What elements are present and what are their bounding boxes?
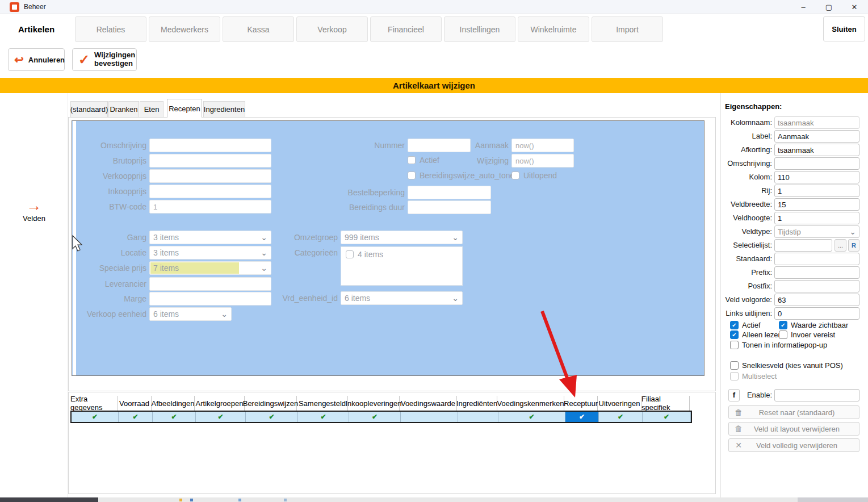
actief-label: Actief bbox=[420, 156, 439, 165]
subtab-extra-gegevens[interactable]: Extra gegevens bbox=[70, 396, 118, 411]
omschrijving-prop-input[interactable] bbox=[774, 157, 859, 170]
check-cell[interactable]: ✔ bbox=[246, 412, 298, 422]
maximize-icon[interactable]: ▢ bbox=[816, 0, 841, 14]
speciale-prijs-select[interactable]: 7 items⌄ bbox=[149, 261, 271, 275]
verkoopprijs-input[interactable] bbox=[149, 169, 271, 183]
check-cell[interactable]: ✔ bbox=[119, 412, 153, 422]
actief-checkbox[interactable] bbox=[408, 156, 416, 164]
bestelbeperking-input[interactable] bbox=[408, 186, 491, 199]
subtab-inkoopleveringen[interactable]: Inkoopleveringen bbox=[348, 396, 400, 411]
selectielijst-input[interactable] bbox=[774, 239, 832, 252]
reset-standaard-button[interactable]: 🗑 Reset naar (standaard) bbox=[728, 405, 859, 419]
nav-tab-artikelen[interactable]: Artikelen bbox=[8, 16, 65, 42]
veld-volledig-verwijderen-button[interactable]: ✕ Veld volledig verwijderen bbox=[728, 438, 859, 452]
tab-dranken[interactable]: Dranken bbox=[108, 101, 139, 117]
check-cell[interactable]: ✔ bbox=[498, 412, 565, 422]
subtab-bereidingswijzen[interactable]: Bereidingswijzen bbox=[245, 396, 297, 411]
check-cell[interactable]: ✔ bbox=[599, 412, 643, 422]
uitlopend-checkbox[interactable] bbox=[511, 171, 519, 179]
btw-code-input[interactable] bbox=[149, 200, 271, 214]
veldtype-select[interactable]: Tijdstip⌄ bbox=[774, 225, 859, 238]
categorieen-item-checkbox[interactable] bbox=[346, 250, 354, 258]
invoer-vereist-checkbox[interactable]: Invoer vereist bbox=[779, 331, 835, 339]
wijziging-input[interactable] bbox=[511, 154, 574, 168]
subtab-receptuur[interactable]: Receptuur bbox=[564, 396, 598, 411]
nav-tab-verkoop[interactable]: Verkoop bbox=[296, 16, 368, 42]
marge-input[interactable] bbox=[149, 292, 271, 306]
brutoprijs-input[interactable] bbox=[149, 154, 271, 168]
nav-tab-kassa[interactable]: Kassa bbox=[223, 16, 294, 42]
inkoopprijs-input[interactable] bbox=[149, 185, 271, 198]
subtab-uitvoeringen[interactable]: Uitvoeringen bbox=[598, 396, 641, 411]
tab-standaard[interactable]: (standaard) bbox=[70, 101, 108, 117]
tab-eten[interactable]: Eten bbox=[140, 101, 163, 117]
label-input[interactable] bbox=[774, 130, 859, 143]
check-cell-selected-receptuur[interactable]: ✔ bbox=[565, 412, 599, 422]
enable-input[interactable] bbox=[774, 389, 859, 401]
bereidings-duur-input[interactable] bbox=[408, 200, 491, 214]
rij-input[interactable] bbox=[774, 185, 859, 197]
check-cell[interactable] bbox=[401, 412, 458, 422]
nav-tab-instellingen[interactable]: Instellingen bbox=[444, 16, 515, 42]
vrd-eenheid-id-select[interactable]: 6 items⌄ bbox=[341, 291, 463, 305]
verkoop-eenheid-select[interactable]: 6 items⌄ bbox=[149, 307, 232, 321]
check-cell[interactable] bbox=[458, 412, 498, 422]
omzetgroep-select[interactable]: 999 items⌄ bbox=[341, 231, 463, 244]
omschrijving-input[interactable] bbox=[149, 139, 271, 152]
nav-tab-import[interactable]: Import bbox=[592, 16, 663, 42]
veldbreedte-input[interactable] bbox=[774, 198, 859, 211]
postfix-input[interactable] bbox=[774, 280, 859, 292]
subtab-samengesteld[interactable]: Samengesteld bbox=[297, 396, 348, 411]
subtab-voorraad[interactable]: Voorraad bbox=[118, 396, 152, 411]
selectielijst-browse-button[interactable]: ... bbox=[835, 239, 846, 252]
gang-select[interactable]: 3 items⌄ bbox=[149, 231, 271, 244]
subtab-voedingswaarde[interactable]: Voedingswaarde bbox=[400, 396, 457, 411]
aanmaak-input[interactable] bbox=[511, 139, 574, 152]
check-cell[interactable]: ✔ bbox=[298, 412, 349, 422]
alleen-lezen-checkbox[interactable]: ✔ Alleen lezen bbox=[730, 331, 782, 339]
selectielijst-r-button[interactable]: R bbox=[848, 239, 859, 252]
check-cell[interactable]: ✔ bbox=[349, 412, 401, 422]
check-cell[interactable]: ✔ bbox=[72, 412, 119, 422]
subtab-afbeeldingen[interactable]: Afbeeldingen bbox=[152, 396, 195, 411]
bereidingswijze-auto-tonen-checkbox-row[interactable]: Bereidingswijze_auto_tonen bbox=[408, 171, 519, 180]
subtab-voedingskenmerken[interactable]: Voedingskenmerken bbox=[497, 396, 564, 411]
nav-tab-financieel[interactable]: Financieel bbox=[370, 16, 442, 42]
tab-recepten[interactable]: Recepten bbox=[167, 99, 202, 118]
sluiten-button[interactable]: Sluiten bbox=[823, 16, 865, 41]
subtab-filiaal-specifiek[interactable]: Filiaal specifiek bbox=[641, 396, 690, 411]
sidebar-item-velden[interactable]: Velden bbox=[0, 214, 68, 223]
subtab-ingredienten[interactable]: Ingrediënten bbox=[457, 396, 497, 411]
afkorting-input[interactable] bbox=[774, 144, 859, 156]
minimize-icon[interactable]: – bbox=[791, 0, 816, 14]
bereidingswijze-auto-tonen-checkbox[interactable] bbox=[408, 171, 416, 179]
veld-volgorde-input[interactable] bbox=[774, 294, 859, 306]
uitlopend-checkbox-row[interactable]: Uitlopend bbox=[511, 171, 557, 180]
tab-ingredienten[interactable]: Ingredienten bbox=[203, 101, 245, 117]
waarde-zichtbaar-checkbox[interactable]: ✔ Waarde zichtbaar bbox=[779, 321, 848, 329]
tonen-in-informatiepopup-checkbox[interactable]: Tonen in informatiepop-up bbox=[730, 341, 827, 349]
standaard-input[interactable] bbox=[774, 253, 859, 265]
veld-uit-layout-verwijderen-button[interactable]: 🗑 Veld uit layout verwijderen bbox=[728, 422, 859, 436]
categorieen-listbox[interactable]: 4 items bbox=[341, 246, 463, 286]
prefix-input[interactable] bbox=[774, 266, 859, 279]
locatie-select[interactable]: 3 items⌄ bbox=[149, 246, 271, 260]
subtab-artikelgroepen[interactable]: Artikelgroepen bbox=[195, 396, 245, 411]
nav-tab-medewerkers[interactable]: Medewerkers bbox=[149, 16, 220, 42]
links-uitlijnen-input[interactable] bbox=[774, 307, 859, 320]
nav-tab-relaties[interactable]: Relaties bbox=[75, 16, 146, 42]
kolom-input[interactable] bbox=[774, 171, 859, 183]
check-cell[interactable]: ✔ bbox=[643, 412, 691, 422]
nav-tab-winkelruimte[interactable]: Winkelruimte bbox=[518, 16, 589, 42]
check-cell[interactable]: ✔ bbox=[153, 412, 196, 422]
leverancier-input[interactable] bbox=[149, 277, 271, 291]
wijzigingen-bevestigen-button[interactable]: ✓ Wijzigingen bevestigen bbox=[72, 48, 137, 71]
actief-prop-checkbox[interactable]: ✔ Actief bbox=[730, 321, 761, 329]
check-cell[interactable]: ✔ bbox=[196, 412, 246, 422]
actief-checkbox-row[interactable]: Actief bbox=[408, 156, 439, 165]
kolomnaam-input[interactable] bbox=[774, 116, 859, 129]
annuleren-button[interactable]: ↩ Annuleren bbox=[8, 48, 65, 71]
veldhoogte-input[interactable] bbox=[774, 212, 859, 224]
close-icon[interactable]: ✕ bbox=[842, 0, 867, 14]
snelkiesveld-checkbox[interactable]: Snelkiesveld (kies vanuit POS) bbox=[730, 361, 843, 370]
